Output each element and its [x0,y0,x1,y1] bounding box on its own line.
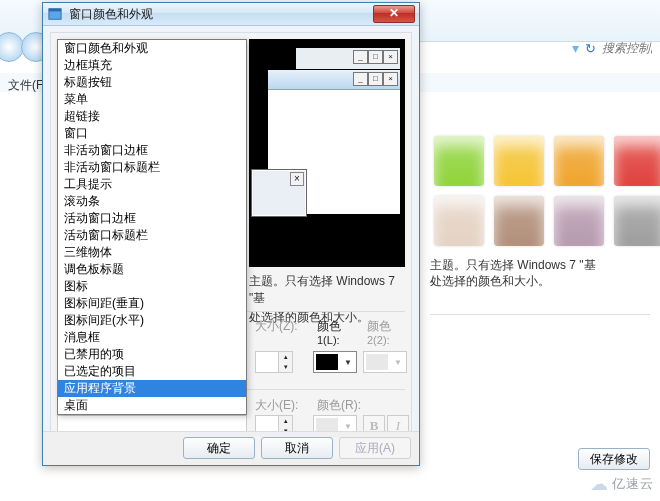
close-icon[interactable]: ✕ [373,5,415,23]
preview-area: _ □ × _ □ × × [249,39,405,267]
spin-up-icon: ▴ [279,352,292,362]
dropdown-item[interactable]: 消息框 [58,329,246,346]
dropdown-item[interactable]: 标题按钮 [58,74,246,91]
window-color-dialog: 窗口颜色和外观 ✕ _ □ × _ □ × [42,2,420,466]
chevron-down-icon: ▼ [340,358,356,367]
dropdown-item[interactable]: 边框填充 [58,57,246,74]
dialog-titlebar[interactable]: 窗口颜色和外观 ✕ [43,3,419,26]
dialog-buttons: 确定 取消 应用(A) [183,437,411,459]
spin-up-icon: ▴ [279,416,292,426]
save-changes-area: 保存修改 [578,448,650,470]
refresh-icon[interactable]: ↻ [585,41,596,56]
dropdown-item[interactable]: 活动窗口标题栏 [58,227,246,244]
close-icon: × [290,172,304,186]
color-swatch[interactable] [494,196,544,246]
color-swatch-grid [434,136,660,246]
dropdown-item[interactable]: 非活动窗口边框 [58,142,246,159]
dropdown-item[interactable]: 窗口 [58,125,246,142]
minimize-icon: _ [353,72,368,86]
color-swatch[interactable] [614,196,660,246]
dropdown-item[interactable]: 已选定的项目 [58,363,246,380]
size-stepper: ▴▾ [255,351,293,373]
preview-message-box: × [251,169,307,217]
search-input[interactable] [602,41,652,55]
system-icon [47,6,63,22]
cloud-icon: ☁ [590,473,608,495]
size2-label: 大小(E): [255,397,298,414]
dropdown-current[interactable]: 窗口颜色和外观 [58,40,246,57]
watermark-text: 亿速云 [612,475,654,493]
minimize-icon: _ [353,50,368,64]
dropdown-item[interactable]: 图标间距(水平) [58,312,246,329]
close-icon: × [383,72,398,86]
chevron-down-icon: ▼ [390,358,406,367]
color1-picker[interactable]: ▼ [313,351,357,373]
dropdown-item[interactable]: 滚动条 [58,193,246,210]
color2-header: 颜色 [367,318,391,335]
color1-label: 1(L): [317,334,340,346]
dropdown-item[interactable]: 超链接 [58,108,246,125]
dropdown-item[interactable]: 已禁用的项 [58,346,246,363]
cancel-button[interactable]: 取消 [261,437,333,459]
spin-down-icon: ▾ [279,362,292,372]
size-label: 大小(Z): [255,318,298,335]
color-swatch[interactable] [494,136,544,186]
dialog-title: 窗口颜色和外观 [69,6,373,23]
close-icon: × [383,50,398,64]
color1-swatch [316,354,338,370]
color-swatch[interactable] [614,136,660,186]
color-swatch[interactable] [554,196,604,246]
dropdown-item[interactable]: 非活动窗口标题栏 [58,159,246,176]
dropdown-item[interactable]: 图标 [58,278,246,295]
dialog-body: _ □ × _ □ × × 主题。只 [50,32,412,458]
maximize-icon: □ [368,50,383,64]
item-dropdown-open[interactable]: 窗口颜色和外观 边框填充标题按钮菜单超链接窗口非活动窗口边框非活动窗口标题栏工具… [57,39,247,415]
dropdown-item[interactable]: 三维物体 [58,244,246,261]
dropdown-item[interactable]: 工具提示 [58,176,246,193]
color-swatch[interactable] [434,196,484,246]
save-changes-button[interactable]: 保存修改 [578,448,650,470]
bg-help-text: 主题。只有选择 Windows 7 "基 [430,257,596,274]
watermark: ☁ 亿速云 [590,473,654,495]
maximize-icon: □ [368,72,383,86]
color-r-label: 颜色(R): [317,397,361,414]
bg-help-text: 处选择的颜色和大小。 [430,273,550,290]
address-separator-icon: ▾ [572,40,579,56]
ok-button[interactable]: 确定 [183,437,255,459]
dropdown-item[interactable]: 图标间距(垂直) [58,295,246,312]
apply-button[interactable]: 应用(A) [339,437,411,459]
color-swatch[interactable] [434,136,484,186]
dropdown-item[interactable]: 调色板标题 [58,261,246,278]
dropdown-item[interactable]: 菜单 [58,91,246,108]
color2-picker: ▼ [363,351,407,373]
color2-swatch [366,354,388,370]
color1-header: 颜色 [317,318,341,335]
dropdown-item[interactable]: 应用程序背景 [58,380,246,397]
color2-label: 2(2): [367,334,390,346]
bg-divider [430,314,650,315]
chevron-down-icon: ▼ [340,422,356,431]
dropdown-item[interactable]: 桌面 [58,397,246,414]
color-swatch[interactable] [554,136,604,186]
bg-search-area: ▾ ↻ [572,40,652,56]
svg-rect-1 [49,9,61,12]
dropdown-item[interactable]: 活动窗口边框 [58,210,246,227]
